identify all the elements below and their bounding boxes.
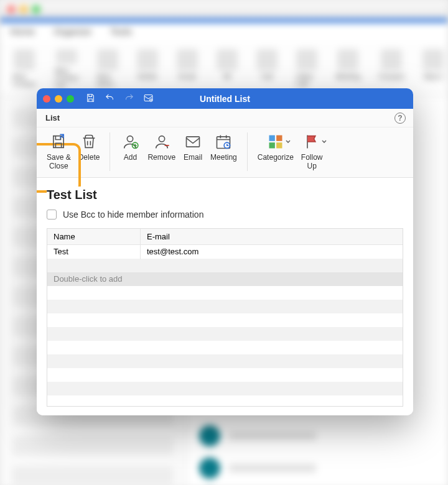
ribbon: Save & Close Delete Add Remove xyxy=(37,127,413,178)
email-label: Email xyxy=(184,154,202,162)
envelope-icon xyxy=(184,132,202,151)
trash-icon xyxy=(80,132,98,151)
svg-rect-11 xyxy=(276,142,282,148)
use-bcc-checkbox[interactable] xyxy=(47,210,57,219)
categorize-icon xyxy=(266,132,285,151)
help-icon[interactable]: ? xyxy=(394,113,406,124)
categorize-label: Categorize xyxy=(258,154,294,162)
save-close-icon xyxy=(49,132,68,151)
table-row-empty[interactable] xyxy=(47,300,403,313)
delete-button[interactable]: Delete xyxy=(75,131,104,164)
delete-label: Delete xyxy=(78,154,100,162)
add-row-placeholder-label: Double-click to add xyxy=(54,274,123,284)
column-header-name[interactable]: Name xyxy=(47,229,141,244)
meeting-button[interactable]: Meeting xyxy=(207,131,241,164)
remove-member-button[interactable]: Remove xyxy=(144,131,179,164)
follow-up-button[interactable]: Follow Up xyxy=(297,131,327,172)
person-add-icon xyxy=(121,132,139,151)
use-bcc-label: Use Bcc to hide member information xyxy=(63,210,203,219)
email-button[interactable]: Email xyxy=(179,131,207,164)
contact-list-window: Untitled List List ? Save & Close Delete xyxy=(37,88,413,415)
ribbon-tab-list[interactable]: List xyxy=(43,111,62,125)
table-row-empty[interactable] xyxy=(47,368,403,382)
members-table: Name E-mail Test test@test.com Double-cl… xyxy=(47,228,403,407)
table-row-empty[interactable] xyxy=(47,341,403,354)
meeting-label: Meeting xyxy=(210,154,237,162)
table-row-empty[interactable] xyxy=(47,382,403,395)
save-and-close-label: Save & Close xyxy=(47,154,71,171)
save-and-close-button[interactable]: Save & Close xyxy=(43,131,75,172)
use-bcc-row[interactable]: Use Bcc to hide member information xyxy=(47,210,403,219)
add-label: Add xyxy=(124,154,137,162)
redo-icon[interactable] xyxy=(124,93,134,105)
window-minimize-button[interactable] xyxy=(55,95,62,103)
table-row-empty[interactable] xyxy=(47,259,403,272)
calendar-icon xyxy=(214,132,233,151)
svg-rect-8 xyxy=(269,136,274,141)
list-name-input[interactable] xyxy=(47,187,403,203)
person-remove-icon xyxy=(152,132,171,151)
table-row-empty[interactable] xyxy=(47,354,403,368)
add-member-button[interactable]: Add xyxy=(116,131,144,164)
cell-email: test@test.com xyxy=(141,245,403,260)
svg-point-2 xyxy=(128,136,133,142)
save-icon[interactable] xyxy=(85,93,96,105)
table-row-empty[interactable] xyxy=(47,286,403,300)
svg-rect-10 xyxy=(269,142,274,148)
send-receive-icon[interactable] xyxy=(143,93,154,105)
follow-up-label: Follow Up xyxy=(301,154,323,171)
window-close-button[interactable] xyxy=(43,95,50,103)
table-row[interactable]: Test test@test.com xyxy=(47,245,403,259)
table-row-empty[interactable] xyxy=(47,313,403,327)
categorize-button[interactable]: Categorize xyxy=(254,131,297,164)
add-row-placeholder[interactable]: Double-click to add xyxy=(47,272,403,286)
members-table-header: Name E-mail xyxy=(47,229,403,245)
column-header-email[interactable]: E-mail xyxy=(141,229,403,244)
window-title: Untitled List xyxy=(200,94,250,104)
cell-name: Test xyxy=(47,245,141,260)
flag-icon xyxy=(302,132,321,151)
window-zoom-button[interactable] xyxy=(67,95,74,103)
remove-label: Remove xyxy=(147,154,175,162)
window-titlebar[interactable]: Untitled List xyxy=(37,88,413,109)
svg-rect-9 xyxy=(276,136,282,141)
undo-icon[interactable] xyxy=(105,93,115,105)
svg-point-4 xyxy=(159,136,164,142)
table-row-empty[interactable] xyxy=(47,327,403,341)
svg-rect-5 xyxy=(187,137,200,147)
